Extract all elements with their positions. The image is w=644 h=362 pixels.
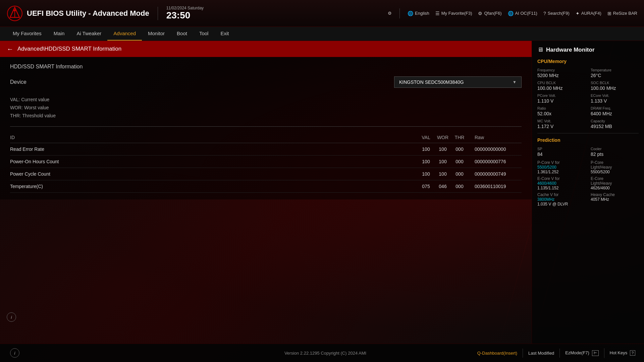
capacity-value: 49152 MB <box>591 124 639 129</box>
divider <box>399 8 400 18</box>
aura-button[interactable]: ✦ AURA(F4) <box>576 11 601 16</box>
metric-pcore-volt: PCore Volt. 1.110 V <box>537 94 585 104</box>
metric-frequency: Frequency 5200 MHz <box>537 68 585 78</box>
aura-icon: ✦ <box>576 11 580 16</box>
my-favorite-button[interactable]: ☰ My Favorite(F3) <box>435 11 472 16</box>
footer-left: i <box>0 348 220 358</box>
p-core-volt-value: 1.361/1.252 <box>537 170 585 174</box>
row-val-2: 100 <box>418 171 434 177</box>
qfan-icon: ⚙ <box>478 11 482 16</box>
row-wor-0: 100 <box>434 146 451 152</box>
ez-mode-icon: ⊢ <box>592 350 599 356</box>
col-header-raw: Raw <box>468 135 522 140</box>
ecore-volt-value: 1.133 V <box>591 98 639 104</box>
header-tools: ⚙ 🌐 English ☰ My Favorite(F3) ⚙ Qfan(F6)… <box>214 8 637 18</box>
e-core-v-for-col: E-Core V for 4600/4600 1.135/1.152 <box>537 176 585 190</box>
row-thr-2: 000 <box>451 171 468 177</box>
metric-soc-bclk: SOC BCLK 100.00 MHz <box>591 81 639 91</box>
row-thr-3: 000 <box>451 184 468 189</box>
ratio-label: Ratio <box>537 106 585 110</box>
pcore-volt-value: 1.110 V <box>537 98 585 104</box>
dropdown-arrow-icon: ▼ <box>513 80 517 84</box>
col-header-val: VAL <box>418 135 434 140</box>
q-dashboard-button[interactable]: Q-Dashboard(Insert) <box>472 349 523 358</box>
prediction-section: Prediction SP 84 Cooler 82 pts P-Core V … <box>537 137 639 206</box>
device-dropdown[interactable]: KINGSTON SEDC500M3840G ▼ <box>394 76 522 88</box>
table-row: Temperature(C) 075 046 000 003600110019 <box>10 180 522 193</box>
nav-my-favorites[interactable]: My Favorites <box>7 27 48 41</box>
footer-copyright: Version 2.22.1295 Copyright (C) 2024 AMI <box>220 351 431 356</box>
footer-info-icon[interactable]: i <box>10 348 19 358</box>
row-id-1: Power-On Hours Count <box>10 159 418 164</box>
row-id-3: Temperature(C) <box>10 184 418 189</box>
nav-advanced[interactable]: Advanced <box>107 27 142 41</box>
nav-ai-tweaker[interactable]: Ai Tweaker <box>70 27 107 41</box>
cpu-memory-metrics: Frequency 5200 MHz Temperature 26°C CPU … <box>537 68 639 129</box>
nav-tool[interactable]: Tool <box>193 27 215 41</box>
row-id-0: Read Error Rate <box>10 146 418 152</box>
metric-ratio: Ratio 52.00x <box>537 106 585 116</box>
heavy-cache-col: Heavy Cache 4057 MHz <box>591 192 639 206</box>
info-area: i <box>7 312 16 322</box>
device-label: Device <box>10 79 50 85</box>
nav-monitor[interactable]: Monitor <box>142 27 171 41</box>
hardware-monitor-panel: 🖥 Hardware Monitor CPU/Memory Frequency … <box>532 41 644 344</box>
qfan-button[interactable]: ⚙ Qfan(F6) <box>478 11 501 16</box>
p-core-light-heavy-col: P-Core Light/Heavy 5500/5200 <box>591 160 639 174</box>
settings-button[interactable]: ⚙ <box>388 11 392 16</box>
last-modified-button[interactable]: Last Modified <box>523 349 560 358</box>
back-button[interactable]: ← <box>7 45 13 53</box>
rog-logo-icon <box>7 5 23 21</box>
row-raw-1: 000000000776 <box>468 159 522 164</box>
cache-freq-highlight: 3800MHz <box>537 197 585 202</box>
heavy-cache-value: 4057 MHz <box>591 197 639 202</box>
cache-volt-value: 1.035 V @ DLVR <box>537 202 585 206</box>
hot-keys-icon: ? <box>630 350 635 356</box>
ai-oc-button[interactable]: 🌐 AI OC(F11) <box>508 11 537 16</box>
p-core-freq-highlight: 5500/5200 <box>537 165 585 170</box>
info-icon[interactable]: i <box>7 312 16 322</box>
col-header-thr: THR <box>451 135 468 140</box>
p-core-lh-value: 5500/5200 <box>591 170 639 174</box>
col-header-wor: WOR <box>434 135 451 140</box>
device-row: Device KINGSTON SEDC500M3840G ▼ <box>10 76 522 88</box>
row-thr-0: 000 <box>451 146 468 152</box>
table-divider <box>10 126 522 127</box>
breadcrumb: Advanced\HDD/SSD SMART Information <box>17 46 121 52</box>
main-area: ← Advanced\HDD/SSD SMART Information HDD… <box>0 41 644 344</box>
content-inner: HDD/SSD SMART Information Device KINGSTO… <box>0 57 532 199</box>
metric-mc-volt: MC Volt. 1.172 V <box>537 119 585 129</box>
e-core-freq-highlight: 4600/4600 <box>537 181 585 186</box>
header: UEFI BIOS Utility - Advanced Mode 11/02/… <box>0 0 644 27</box>
row-val-3: 075 <box>418 184 434 189</box>
cooler-value: 82 pts <box>591 152 639 157</box>
smart-table: ID VAL WOR THR Raw Read Error Rate 100 1… <box>10 132 522 193</box>
table-row: Read Error Rate 100 100 000 000000000000 <box>10 143 522 156</box>
metric-dram-freq: DRAM Freq. 6400 MHz <box>591 106 639 116</box>
resize-bar-button[interactable]: ⊞ ReSize BAR <box>607 11 637 16</box>
frequency-label: Frequency <box>537 68 585 72</box>
nav-exit[interactable]: Exit <box>214 27 235 41</box>
prediction-heading: Prediction <box>537 137 639 143</box>
row-raw-0: 000000000000 <box>468 146 522 152</box>
prediction-details: P-Core V for 5500/5200 1.361/1.252 P-Cor… <box>537 160 639 206</box>
hot-keys-button[interactable]: Hot Keys ? <box>604 348 641 358</box>
legend-thr: THR: Threshold value <box>10 112 522 120</box>
nav-boot[interactable]: Boot <box>171 27 193 41</box>
english-button[interactable]: 🌐 English <box>408 11 429 16</box>
mc-volt-label: MC Volt. <box>537 119 585 123</box>
temperature-label: Temperature <box>591 68 639 72</box>
metric-temperature: Temperature 26°C <box>591 68 639 78</box>
cpu-memory-heading: CPU/Memory <box>537 59 639 64</box>
logo-area: UEFI BIOS Utility - Advanced Mode <box>7 5 149 21</box>
table-row: Power Cycle Count 100 100 000 0000000007… <box>10 168 522 180</box>
soc-bclk-label: SOC BCLK <box>591 81 639 85</box>
e-core-lh-value: 4626/4600 <box>591 186 639 190</box>
capacity-label: Capacity <box>591 119 639 123</box>
nav-main[interactable]: Main <box>48 27 71 41</box>
e-core-light-heavy-col: E-Core Light/Heavy 4626/4600 <box>591 176 639 190</box>
favorite-icon: ☰ <box>435 11 440 16</box>
search-button[interactable]: ? Search(F9) <box>543 11 570 16</box>
ez-mode-button[interactable]: EzMode(F7) ⊢ <box>560 348 604 358</box>
dram-freq-value: 6400 MHz <box>591 111 639 116</box>
